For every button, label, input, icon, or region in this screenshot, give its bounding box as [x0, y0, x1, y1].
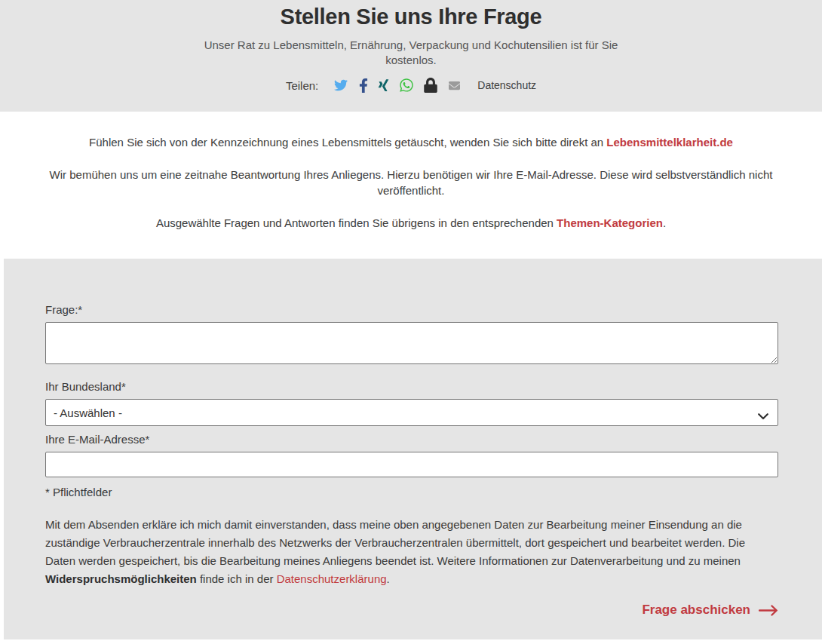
facebook-icon: [359, 78, 368, 93]
intro-paragraph-1: Fühlen Sie sich von der Kennzeichnung ei…: [45, 134, 777, 150]
share-facebook-button[interactable]: [359, 78, 368, 93]
intro-paragraph-1-text: Fühlen Sie sich von der Kennzeichnung ei…: [89, 136, 606, 149]
consent-suffix: .: [387, 572, 390, 585]
intro-paragraph-2: Wir bemühen uns um eine zeitnahe Beantwo…: [45, 167, 777, 198]
page-title: Stellen Sie uns Ihre Frage: [0, 2, 822, 31]
intro-section: Fühlen Sie sich von der Kennzeichnung ei…: [0, 112, 822, 259]
intro-paragraph-3-suffix: .: [663, 216, 666, 229]
intro-paragraph-3: Ausgewählte Fragen und Antworten finden …: [45, 215, 777, 231]
consent-text: Mit dem Absenden erkläre ich mich damit …: [45, 516, 778, 588]
state-select-wrap: - Auswählen -: [45, 399, 778, 426]
required-note: * Pflichtfelder: [45, 486, 778, 498]
submit-question-button[interactable]: Frage abschicken: [642, 603, 778, 618]
consent-bold: Widerspruchsmöglichkeiten: [45, 572, 197, 585]
submit-row: Frage abschicken: [45, 603, 778, 618]
email-input[interactable]: [45, 452, 778, 477]
whatsapp-icon: [399, 78, 414, 93]
question-textarea[interactable]: [45, 322, 778, 364]
datenschutzerklaerung-link[interactable]: Datenschutzerklärung: [277, 572, 387, 585]
consent-part2: finde ich in der: [197, 572, 277, 585]
share-email-button[interactable]: [447, 80, 462, 91]
share-whatsapp-button[interactable]: [399, 78, 414, 93]
submit-question-label: Frage abschicken: [642, 603, 750, 618]
xing-icon: [378, 78, 389, 92]
share-row: Teilen:: [0, 78, 822, 93]
email-icon: [447, 80, 462, 91]
lebensmittelklarheit-link[interactable]: Lebensmittelklarheit.de: [606, 136, 733, 149]
intro-paragraph-3-text: Ausgewählte Fragen und Antworten finden …: [156, 216, 557, 229]
question-form: Frage:* Ihr Bundesland* - Auswählen - Ih…: [4, 259, 822, 639]
page-subtitle: Unser Rat zu Lebensmitteln, Ernährung, V…: [200, 38, 622, 68]
share-xing-button[interactable]: [378, 78, 389, 92]
email-label: Ihre E-Mail-Adresse*: [45, 433, 778, 446]
arrow-right-icon: [759, 605, 778, 616]
lock-icon: [424, 78, 437, 93]
privacy-link[interactable]: Datenschutz: [477, 79, 536, 91]
themen-kategorien-link[interactable]: Themen-Kategorien: [557, 216, 663, 229]
state-select[interactable]: - Auswählen -: [45, 399, 778, 426]
share-twitter-button[interactable]: [333, 78, 349, 92]
share-label: Teilen:: [286, 79, 318, 92]
share-secure-button[interactable]: [424, 78, 437, 93]
twitter-icon: [333, 78, 349, 92]
page-header: Stellen Sie uns Ihre Frage Unser Rat zu …: [0, 0, 822, 112]
page: Stellen Sie uns Ihre Frage Unser Rat zu …: [0, 0, 822, 639]
state-label: Ihr Bundesland*: [45, 380, 778, 394]
question-label: Frage:*: [45, 303, 778, 317]
consent-part1: Mit dem Absenden erkläre ich mich damit …: [45, 518, 745, 567]
